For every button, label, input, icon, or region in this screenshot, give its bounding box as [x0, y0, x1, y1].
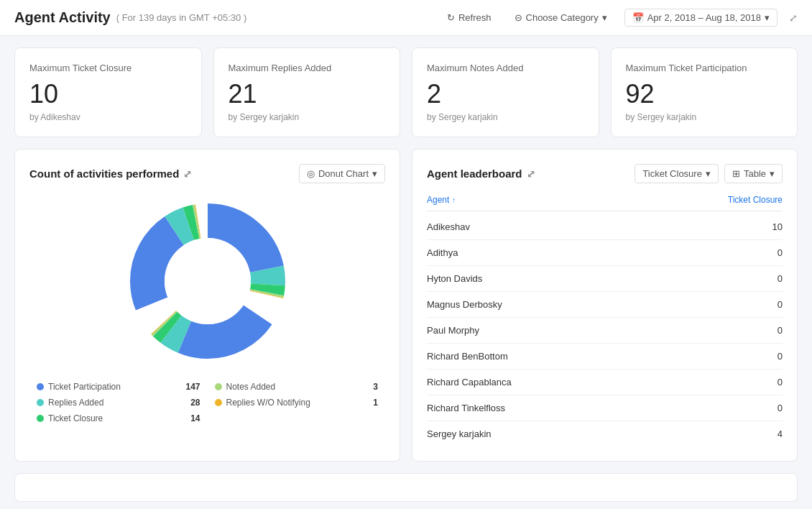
chevron-down-icon: ▾	[770, 168, 775, 179]
leaderboard-row-2: Hyton Davids 0	[427, 266, 783, 292]
card-value-0: 10	[29, 79, 187, 109]
leaderboard-expand-icon[interactable]: ⤢	[527, 168, 535, 180]
bottom-row: Count of activities performed ⤢ ◎ Donut …	[14, 149, 798, 462]
lb-value-8: 4	[778, 428, 783, 439]
legend-label-1: Replies Added	[48, 398, 103, 408]
leaderboard-controls: Ticket Closure ▾ ⊞ Table ▾	[635, 164, 783, 183]
chart-panel-header: Count of activities performed ⤢ ◎ Donut …	[29, 164, 385, 183]
card-label-1: Maximum Replies Added	[229, 63, 386, 73]
lb-value-6: 0	[778, 377, 783, 388]
lb-value-0: 10	[772, 221, 783, 232]
chart-area: Ticket Participation 147 Notes Added 3 R…	[29, 195, 385, 423]
summary-card-2: Maximum Notes Added 2 by Sergey karjakin	[412, 47, 599, 137]
lb-agent-3: Magnus Derbosky	[427, 299, 502, 310]
chevron-down-icon: ▾	[765, 12, 770, 23]
legend-count-1: 28	[190, 398, 200, 408]
legend-item-2: Ticket Closure 14	[37, 413, 200, 423]
chevron-down-icon: ▾	[706, 168, 711, 179]
bottom-extra-panel	[14, 473, 798, 502]
leaderboard-view-dropdown[interactable]: ⊞ Table ▾	[724, 164, 783, 183]
sort-up-icon: ↑	[452, 196, 456, 204]
chevron-down-icon: ▾	[372, 168, 377, 179]
page-subtitle: ( For 139 days in GMT +05:30 )	[116, 12, 246, 23]
lb-agent-6: Richard Capablanca	[427, 377, 512, 388]
chevron-down-icon: ▾	[602, 12, 607, 23]
legend-count-0: 147	[185, 382, 200, 392]
donut-chart	[121, 195, 294, 367]
summary-card-0: Maximum Ticket Closure 10 by Adikeshav	[14, 47, 202, 137]
refresh-button[interactable]: ↻ Refresh	[441, 9, 497, 26]
header-actions: ↻ Refresh ⊝ Choose Category ▾ 📅 Apr 2, 2…	[441, 9, 798, 27]
card-by-2: by Sergey karjakin	[427, 112, 584, 122]
lb-agent-1: Adithya	[427, 247, 458, 258]
table-icon: ⊞	[732, 168, 740, 179]
card-value-2: 2	[427, 79, 584, 109]
legend-dot-0	[37, 383, 44, 390]
card-label-2: Maximum Notes Added	[427, 63, 584, 73]
card-by-3: by Sergey karjakin	[626, 112, 783, 122]
leaderboard-category-dropdown[interactable]: Ticket Closure ▾	[635, 164, 719, 183]
card-label-0: Maximum Ticket Closure	[29, 63, 187, 73]
summary-card-3: Maximum Ticket Participation 92 by Serge…	[611, 47, 798, 137]
chart-type-dropdown[interactable]: ◎ Donut Chart ▾	[299, 164, 385, 183]
lb-agent-4: Paul Morphy	[427, 325, 479, 336]
expand-icon[interactable]: ⤢	[789, 12, 798, 24]
leaderboard-row-5: Richard BenBottom 0	[427, 344, 783, 370]
legend-item-0: Ticket Participation 147	[37, 382, 200, 392]
summary-card-1: Maximum Replies Added 21 by Sergey karja…	[213, 47, 401, 137]
leaderboard-row-7: Richard Tinkelfloss 0	[427, 395, 783, 421]
lb-agent-8: Sergey karjakin	[427, 428, 492, 439]
legend-label-2: Ticket Closure	[48, 413, 103, 423]
lb-value-7: 0	[778, 403, 783, 413]
card-value-1: 21	[229, 79, 386, 109]
legend-item-right-0: Notes Added 3	[215, 382, 379, 392]
lb-value-1: 0	[778, 247, 783, 258]
lb-value-2: 0	[778, 273, 783, 284]
card-by-1: by Sergey karjakin	[229, 112, 386, 122]
leaderboard-row-0: Adikeshav 10	[427, 214, 783, 240]
lb-agent-5: Richard BenBottom	[427, 351, 508, 362]
leaderboard-row-6: Richard Capablanca 0	[427, 370, 783, 395]
leaderboard-col-headers: Agent ↑ Ticket Closure	[427, 195, 783, 211]
legend-dot-1	[37, 399, 44, 406]
main-content: Maximum Ticket Closure 10 by Adikeshav M…	[0, 36, 812, 509]
svg-point-5	[165, 238, 251, 324]
calendar-icon: 📅	[632, 12, 644, 23]
chart-title: Count of activities performed ⤢	[29, 168, 192, 180]
chart-legend: Ticket Participation 147 Notes Added 3 R…	[29, 382, 385, 423]
lb-value-5: 0	[778, 351, 783, 362]
legend-label-0: Ticket Participation	[48, 382, 121, 392]
chart-controls: ◎ Donut Chart ▾	[299, 164, 385, 183]
leaderboard-panel: Agent leaderboard ⤢ Ticket Closure ▾ ⊞ T…	[412, 149, 798, 462]
card-by-0: by Adikeshav	[29, 112, 187, 122]
legend-dot-2	[37, 415, 44, 422]
lb-agent-7: Richard Tinkelfloss	[427, 403, 505, 413]
leaderboard-row-1: Adithya 0	[427, 240, 783, 266]
leaderboard-row-3: Magnus Derbosky 0	[427, 292, 783, 318]
filter-icon: ⊝	[515, 12, 522, 23]
legend-item-right-1: Replies W/O Notifying 1	[215, 398, 379, 408]
card-label-3: Maximum Ticket Participation	[626, 63, 783, 73]
refresh-icon: ↻	[447, 12, 455, 23]
leaderboard-panel-header: Agent leaderboard ⤢ Ticket Closure ▾ ⊞ T…	[427, 164, 783, 183]
page-header: Agent Activity ( For 139 days in GMT +05…	[0, 0, 812, 36]
summary-cards: Maximum Ticket Closure 10 by Adikeshav M…	[14, 47, 798, 137]
leaderboard-title: Agent leaderboard ⤢	[427, 168, 535, 180]
lb-value-4: 0	[778, 325, 783, 336]
chart-expand-icon[interactable]: ⤢	[183, 168, 192, 180]
legend-item-1: Replies Added 28	[37, 398, 200, 408]
chart-icon: ◎	[307, 168, 315, 179]
card-value-3: 92	[626, 79, 783, 109]
legend-count-2: 14	[190, 413, 200, 423]
date-range-picker[interactable]: 📅 Apr 2, 2018 – Aug 18, 2018 ▾	[624, 9, 778, 27]
category-button[interactable]: ⊝ Choose Category ▾	[509, 9, 613, 26]
lb-agent-2: Hyton Davids	[427, 273, 482, 284]
leaderboard-row-8: Sergey karjakin 4	[427, 421, 783, 446]
col-agent-header[interactable]: Agent ↑	[427, 195, 456, 205]
leaderboard-rows: Adikeshav 10 Adithya 0 Hyton Davids 0 Ma…	[427, 214, 783, 446]
col-closure-header: Ticket Closure	[728, 195, 783, 205]
page-title: Agent Activity	[14, 9, 111, 26]
leaderboard-row-4: Paul Morphy 0	[427, 318, 783, 344]
lb-value-3: 0	[778, 299, 783, 310]
donut-chart-panel: Count of activities performed ⤢ ◎ Donut …	[14, 149, 400, 462]
